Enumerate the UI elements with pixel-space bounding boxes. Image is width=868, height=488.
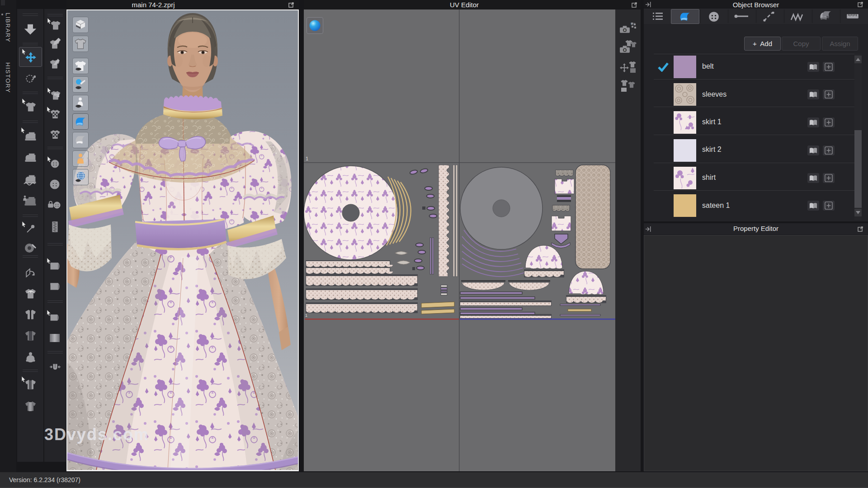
svg-text:1: 1	[305, 313, 307, 318]
svg-text:UV: UV	[631, 22, 635, 25]
svg-text:1: 1	[306, 156, 308, 161]
